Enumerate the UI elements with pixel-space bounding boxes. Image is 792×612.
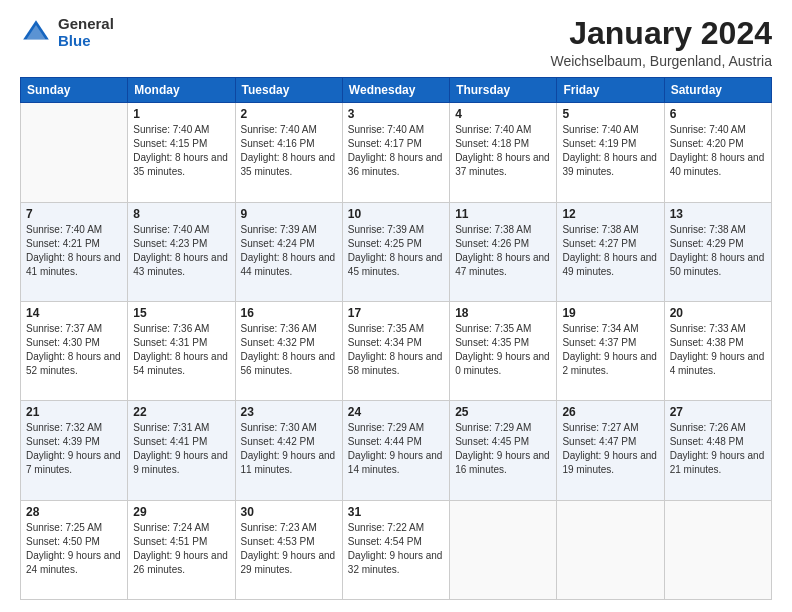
day-number: 8: [133, 207, 229, 221]
day-number: 17: [348, 306, 444, 320]
logo-general: General: [58, 16, 114, 33]
logo-blue: Blue: [58, 33, 114, 50]
day-number: 13: [670, 207, 766, 221]
day-number: 5: [562, 107, 658, 121]
sunrise: Sunrise: 7:37 AM: [26, 323, 102, 334]
sunrise: Sunrise: 7:38 AM: [562, 224, 638, 235]
calendar-table: Sunday Monday Tuesday Wednesday Thursday…: [20, 77, 772, 600]
day-number: 15: [133, 306, 229, 320]
day-info: Sunrise: 7:35 AM Sunset: 4:35 PM Dayligh…: [455, 322, 551, 378]
sunrise: Sunrise: 7:40 AM: [133, 224, 209, 235]
calendar-cell: 30 Sunrise: 7:23 AM Sunset: 4:53 PM Dayl…: [235, 500, 342, 599]
day-info: Sunrise: 7:35 AM Sunset: 4:34 PM Dayligh…: [348, 322, 444, 378]
day-number: 25: [455, 405, 551, 419]
day-number: 19: [562, 306, 658, 320]
header-wednesday: Wednesday: [342, 78, 449, 103]
sunrise: Sunrise: 7:36 AM: [133, 323, 209, 334]
sunrise: Sunrise: 7:40 AM: [670, 124, 746, 135]
sunrise: Sunrise: 7:35 AM: [348, 323, 424, 334]
day-info: Sunrise: 7:29 AM Sunset: 4:44 PM Dayligh…: [348, 421, 444, 477]
daylight: Daylight: 9 hours and 14 minutes.: [348, 450, 443, 475]
day-number: 30: [241, 505, 337, 519]
calendar-cell: 28 Sunrise: 7:25 AM Sunset: 4:50 PM Dayl…: [21, 500, 128, 599]
logo: General Blue: [20, 16, 114, 49]
daylight: Daylight: 9 hours and 0 minutes.: [455, 351, 550, 376]
calendar-cell: 26 Sunrise: 7:27 AM Sunset: 4:47 PM Dayl…: [557, 401, 664, 500]
daylight: Daylight: 8 hours and 50 minutes.: [670, 252, 765, 277]
day-info: Sunrise: 7:39 AM Sunset: 4:25 PM Dayligh…: [348, 223, 444, 279]
daylight: Daylight: 8 hours and 44 minutes.: [241, 252, 336, 277]
day-number: 28: [26, 505, 122, 519]
day-info: Sunrise: 7:40 AM Sunset: 4:18 PM Dayligh…: [455, 123, 551, 179]
daylight: Daylight: 9 hours and 32 minutes.: [348, 550, 443, 575]
calendar-cell: 7 Sunrise: 7:40 AM Sunset: 4:21 PM Dayli…: [21, 202, 128, 301]
day-info: Sunrise: 7:38 AM Sunset: 4:29 PM Dayligh…: [670, 223, 766, 279]
day-number: 31: [348, 505, 444, 519]
daylight: Daylight: 8 hours and 58 minutes.: [348, 351, 443, 376]
sunset: Sunset: 4:27 PM: [562, 238, 636, 249]
sunset: Sunset: 4:34 PM: [348, 337, 422, 348]
sunset: Sunset: 4:17 PM: [348, 138, 422, 149]
calendar-cell: 27 Sunrise: 7:26 AM Sunset: 4:48 PM Dayl…: [664, 401, 771, 500]
calendar-cell: 9 Sunrise: 7:39 AM Sunset: 4:24 PM Dayli…: [235, 202, 342, 301]
day-info: Sunrise: 7:33 AM Sunset: 4:38 PM Dayligh…: [670, 322, 766, 378]
sunrise: Sunrise: 7:29 AM: [455, 422, 531, 433]
sunset: Sunset: 4:47 PM: [562, 436, 636, 447]
sunrise: Sunrise: 7:39 AM: [348, 224, 424, 235]
day-number: 4: [455, 107, 551, 121]
sunset: Sunset: 4:41 PM: [133, 436, 207, 447]
sunset: Sunset: 4:24 PM: [241, 238, 315, 249]
day-number: 3: [348, 107, 444, 121]
logo-icon: [20, 17, 52, 49]
sunrise: Sunrise: 7:36 AM: [241, 323, 317, 334]
calendar-cell: 22 Sunrise: 7:31 AM Sunset: 4:41 PM Dayl…: [128, 401, 235, 500]
day-info: Sunrise: 7:38 AM Sunset: 4:26 PM Dayligh…: [455, 223, 551, 279]
daylight: Daylight: 8 hours and 36 minutes.: [348, 152, 443, 177]
logo-text: General Blue: [58, 16, 114, 49]
sunrise: Sunrise: 7:38 AM: [455, 224, 531, 235]
daylight: Daylight: 8 hours and 39 minutes.: [562, 152, 657, 177]
sunset: Sunset: 4:26 PM: [455, 238, 529, 249]
header-friday: Friday: [557, 78, 664, 103]
day-info: Sunrise: 7:40 AM Sunset: 4:19 PM Dayligh…: [562, 123, 658, 179]
sunset: Sunset: 4:19 PM: [562, 138, 636, 149]
sunrise: Sunrise: 7:31 AM: [133, 422, 209, 433]
calendar-cell: 4 Sunrise: 7:40 AM Sunset: 4:18 PM Dayli…: [450, 103, 557, 202]
week-row-4: 28 Sunrise: 7:25 AM Sunset: 4:50 PM Dayl…: [21, 500, 772, 599]
sunrise: Sunrise: 7:34 AM: [562, 323, 638, 334]
daylight: Daylight: 8 hours and 45 minutes.: [348, 252, 443, 277]
day-number: 26: [562, 405, 658, 419]
sunrise: Sunrise: 7:40 AM: [26, 224, 102, 235]
day-info: Sunrise: 7:36 AM Sunset: 4:31 PM Dayligh…: [133, 322, 229, 378]
day-number: 1: [133, 107, 229, 121]
calendar-cell: 8 Sunrise: 7:40 AM Sunset: 4:23 PM Dayli…: [128, 202, 235, 301]
sunset: Sunset: 4:29 PM: [670, 238, 744, 249]
daylight: Daylight: 8 hours and 40 minutes.: [670, 152, 765, 177]
day-number: 27: [670, 405, 766, 419]
sunrise: Sunrise: 7:35 AM: [455, 323, 531, 334]
day-number: 11: [455, 207, 551, 221]
calendar-cell: [21, 103, 128, 202]
calendar-cell: 21 Sunrise: 7:32 AM Sunset: 4:39 PM Dayl…: [21, 401, 128, 500]
sunset: Sunset: 4:15 PM: [133, 138, 207, 149]
daylight: Daylight: 9 hours and 9 minutes.: [133, 450, 228, 475]
sunset: Sunset: 4:50 PM: [26, 536, 100, 547]
calendar-subtitle: Weichselbaum, Burgenland, Austria: [550, 53, 772, 69]
calendar-cell: [664, 500, 771, 599]
daylight: Daylight: 9 hours and 16 minutes.: [455, 450, 550, 475]
daylight: Daylight: 8 hours and 47 minutes.: [455, 252, 550, 277]
daylight: Daylight: 9 hours and 21 minutes.: [670, 450, 765, 475]
day-info: Sunrise: 7:24 AM Sunset: 4:51 PM Dayligh…: [133, 521, 229, 577]
week-row-1: 7 Sunrise: 7:40 AM Sunset: 4:21 PM Dayli…: [21, 202, 772, 301]
sunset: Sunset: 4:37 PM: [562, 337, 636, 348]
sunrise: Sunrise: 7:23 AM: [241, 522, 317, 533]
header-tuesday: Tuesday: [235, 78, 342, 103]
day-info: Sunrise: 7:26 AM Sunset: 4:48 PM Dayligh…: [670, 421, 766, 477]
sunrise: Sunrise: 7:29 AM: [348, 422, 424, 433]
calendar-cell: 1 Sunrise: 7:40 AM Sunset: 4:15 PM Dayli…: [128, 103, 235, 202]
day-info: Sunrise: 7:32 AM Sunset: 4:39 PM Dayligh…: [26, 421, 122, 477]
day-info: Sunrise: 7:36 AM Sunset: 4:32 PM Dayligh…: [241, 322, 337, 378]
calendar-cell: 31 Sunrise: 7:22 AM Sunset: 4:54 PM Dayl…: [342, 500, 449, 599]
day-info: Sunrise: 7:38 AM Sunset: 4:27 PM Dayligh…: [562, 223, 658, 279]
header-monday: Monday: [128, 78, 235, 103]
